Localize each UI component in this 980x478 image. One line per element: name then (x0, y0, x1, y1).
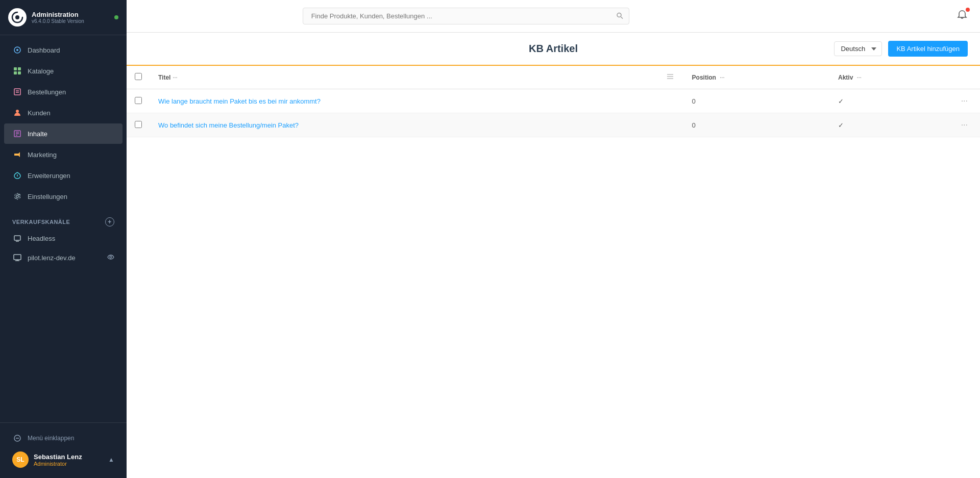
bestellungen-icon (12, 87, 22, 97)
sidebar-footer: Menü einklappen SL Sebastian Lenz Admini… (0, 422, 127, 478)
svg-rect-4 (14, 67, 17, 70)
th-position: Position ··· (684, 66, 830, 89)
sidebar-item-einstellungen-label: Einstellungen (28, 193, 67, 200)
row-1-actions: ··· (949, 89, 980, 113)
page-header-controls: Deutsch English KB Artikel hinzufügen (834, 41, 968, 57)
table-body: Wie lange braucht mein Paket bis es bei … (127, 89, 980, 137)
th-aktiv: Aktiv ··· (830, 66, 949, 89)
row-2-aktiv: ✓ (830, 113, 949, 137)
user-role: Administrator (34, 461, 82, 467)
sidebar-item-einstellungen[interactable]: Einstellungen (4, 186, 122, 207)
sidebar-item-bestellungen-label: Bestellungen (28, 88, 66, 96)
sidebar-item-kataloge-label: Kataloge (28, 67, 54, 75)
kb-articles-table-wrap: Titel ··· Position ··· (127, 66, 980, 137)
select-all-checkbox[interactable] (135, 73, 142, 80)
user-avatar: SL (12, 451, 29, 468)
sidebar-item-kataloge[interactable]: Kataloge (4, 61, 122, 81)
sidebar-item-kunden-label: Kunden (28, 109, 51, 117)
row-2-actions: ··· (949, 113, 980, 137)
dashboard-icon (12, 45, 22, 55)
sidebar-item-dashboard-label: Dashboard (28, 46, 60, 54)
table-settings-button[interactable] (665, 72, 676, 83)
row-1-select (127, 89, 150, 113)
app-title: Administration (32, 11, 114, 18)
svg-point-22 (110, 256, 112, 258)
topbar-right (957, 10, 968, 23)
svg-point-11 (16, 110, 19, 113)
page-title: KB Artikel (529, 43, 578, 55)
sales-channels-section: Verkaufskanäle + (0, 211, 127, 229)
titel-col-options[interactable]: ··· (173, 74, 177, 81)
pilot-visibility-icon[interactable] (107, 254, 114, 262)
position-col-options[interactable]: ··· (720, 74, 724, 81)
user-name: Sebastian Lenz (34, 453, 82, 461)
einstellungen-icon (12, 191, 22, 202)
row-1-actions-button[interactable]: ··· (957, 95, 972, 107)
th-titel: Titel ··· (150, 66, 684, 89)
row-1-position: 0 (684, 89, 830, 113)
sidebar-item-kunden[interactable]: Kunden (4, 103, 122, 123)
headless-channel-label: Headless (28, 235, 55, 242)
search-bar (303, 8, 629, 24)
erweiterungen-icon (12, 170, 22, 181)
add-sales-channel-button[interactable]: + (105, 217, 114, 227)
language-select[interactable]: Deutsch English (834, 41, 882, 56)
row-2-select (127, 113, 150, 137)
row-2-titel: Wo befindet sich meine Bestellung/mein P… (150, 113, 684, 137)
user-profile[interactable]: SL Sebastian Lenz Administrator ▲ (8, 447, 118, 472)
th-select-all (127, 66, 150, 89)
svg-rect-5 (18, 67, 21, 70)
pilot-channel-icon (12, 253, 22, 263)
marketing-icon (12, 149, 22, 160)
table-row: Wo befindet sich meine Bestellung/mein P… (127, 113, 980, 137)
app-version: v6.4.0.0 Stable Version (32, 18, 114, 24)
svg-rect-8 (14, 89, 20, 95)
kb-articles-table: Titel ··· Position ··· (127, 66, 980, 137)
sidebar-item-inhalte-label: Inhalte (28, 130, 47, 138)
row-1-titel: Wie lange braucht mein Paket bis es bei … (150, 89, 684, 113)
sidebar-item-erweiterungen-label: Erweiterungen (28, 172, 70, 180)
table-header: Titel ··· Position ··· (127, 66, 980, 89)
svg-rect-6 (14, 71, 17, 74)
collapse-menu-button[interactable]: Menü einklappen (8, 429, 118, 447)
svg-rect-7 (18, 71, 21, 74)
svg-point-3 (16, 49, 18, 51)
sidebar-item-inhalte[interactable]: Inhalte (4, 123, 122, 144)
notification-badge (966, 8, 970, 12)
svg-point-25 (617, 13, 621, 17)
kataloge-icon (12, 66, 22, 76)
pilot-channel-label: pilot.lenz-dev.de (28, 254, 76, 262)
sales-channel-pilot[interactable]: pilot.lenz-dev.de (4, 248, 122, 267)
svg-rect-17 (14, 236, 20, 240)
row-1-checkbox[interactable] (135, 97, 142, 104)
row-2-titel-link[interactable]: Wo befindet sich meine Bestellung/mein P… (158, 121, 299, 129)
row-2-actions-button[interactable]: ··· (957, 119, 972, 131)
sidebar-item-bestellungen[interactable]: Bestellungen (4, 82, 122, 102)
page-header: KB Artikel Deutsch English KB Artikel hi… (127, 33, 980, 66)
svg-point-1 (15, 15, 19, 19)
sidebar: Administration v6.4.0.0 Stable Version D… (0, 0, 127, 478)
sidebar-item-dashboard[interactable]: Dashboard (4, 40, 122, 60)
row-1-aktiv: ✓ (830, 89, 949, 113)
row-2-position: 0 (684, 113, 830, 137)
add-kb-article-button[interactable]: KB Artikel hinzufügen (888, 41, 968, 57)
sales-channel-headless[interactable]: Headless (4, 229, 122, 247)
topbar (127, 0, 980, 33)
sidebar-item-marketing-label: Marketing (28, 151, 57, 159)
row-2-checkbox[interactable] (135, 121, 142, 128)
row-1-titel-link[interactable]: Wie lange braucht mein Paket bis es bei … (158, 97, 321, 105)
notification-bell[interactable] (957, 10, 968, 23)
user-chevron-icon: ▲ (108, 456, 114, 463)
search-icon (616, 12, 623, 20)
sales-channels-label: Verkaufskanäle (12, 219, 70, 225)
content-area: KB Artikel Deutsch English KB Artikel hi… (127, 33, 980, 478)
sidebar-item-marketing[interactable]: Marketing (4, 144, 122, 165)
aktiv-col-options[interactable]: ··· (857, 74, 862, 81)
collapse-icon (12, 433, 22, 443)
headless-channel-icon (12, 233, 22, 243)
sidebar-item-erweiterungen[interactable]: Erweiterungen (4, 165, 122, 186)
collapse-label: Menü einklappen (28, 435, 74, 442)
main-area: KB Artikel Deutsch English KB Artikel hi… (127, 0, 980, 478)
table-row: Wie lange braucht mein Paket bis es bei … (127, 89, 980, 113)
search-input[interactable] (303, 8, 629, 24)
